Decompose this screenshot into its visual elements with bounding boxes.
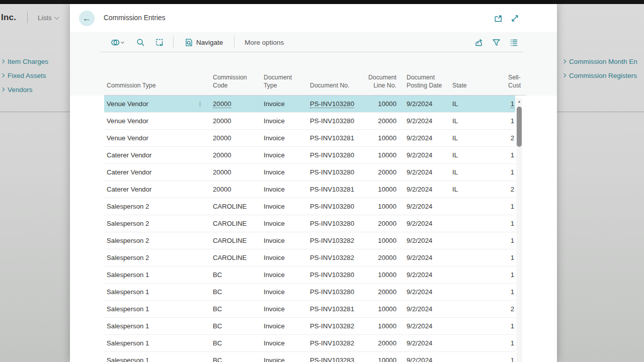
cell-document-type[interactable]: Invoice — [261, 249, 307, 266]
cell-state[interactable] — [450, 198, 505, 215]
cell-commission-code[interactable]: BC — [210, 352, 261, 362]
cell-state[interactable]: IL — [450, 96, 505, 112]
cell-commission-code[interactable]: BC — [210, 284, 261, 300]
cell-document-posting-date[interactable]: 9/2/2024 — [403, 96, 450, 112]
cell-commission-code[interactable]: CAROLINE — [210, 249, 261, 266]
row-options-icon[interactable]: ⋮ — [197, 100, 203, 108]
cell-document-line-no[interactable]: 20000 — [366, 284, 403, 300]
cell-document-type[interactable]: Invoice — [261, 147, 307, 163]
cell-sell-to[interactable]: 1 — [505, 198, 515, 215]
cell-state[interactable] — [450, 284, 505, 300]
cell-commission-type[interactable]: Venue Vendor — [104, 113, 210, 129]
cell-document-line-no[interactable]: 20000 — [366, 215, 403, 232]
cell-document-type[interactable]: Invoice — [261, 181, 307, 198]
cell-commission-code[interactable]: 20000 — [210, 130, 261, 146]
cell-commission-code[interactable]: 20000 — [210, 96, 261, 112]
column-header-8[interactable]: Sell-Cust — [505, 52, 526, 95]
cell-document-line-no[interactable]: 10000 — [366, 232, 403, 249]
cell-document-no[interactable]: PS-INV103280 — [307, 198, 366, 215]
cell-document-no[interactable]: PS-INV103280 — [307, 215, 366, 232]
cell-commission-type[interactable]: Salesperson 1 — [104, 352, 210, 362]
cell-document-type[interactable]: Invoice — [261, 284, 307, 300]
cell-document-type[interactable]: Invoice — [261, 352, 307, 362]
cell-commission-code[interactable]: CAROLINE — [210, 232, 261, 249]
cell-document-type[interactable]: Invoice — [261, 266, 307, 283]
column-header-4[interactable]: Document No. — [307, 52, 366, 95]
cell-state[interactable]: IL — [450, 147, 505, 163]
table-row[interactable]: Salesperson 1BCInvoicePS-INV103283100009… — [104, 352, 515, 362]
table-row[interactable]: Salesperson 1BCInvoicePS-INV103282200009… — [104, 335, 515, 352]
column-header-7[interactable]: State — [450, 52, 505, 95]
cell-document-no[interactable]: PS-INV103282 — [307, 249, 366, 266]
cell-document-no[interactable]: PS-INV103280 — [307, 113, 366, 129]
cell-commission-code[interactable]: 20000 — [210, 181, 261, 198]
table-row[interactable]: Salesperson 2CAROLINEInvoicePS-INV103280… — [104, 198, 515, 215]
cell-commission-code[interactable]: 20000 — [210, 164, 261, 180]
related-entries-icon[interactable] — [111, 38, 125, 47]
cell-document-posting-date[interactable]: 9/2/2024 — [403, 147, 450, 163]
cell-document-no[interactable]: PS-INV103281 — [307, 301, 366, 317]
cell-state[interactable]: IL — [450, 113, 505, 129]
table-row[interactable]: Salesperson 1BCInvoicePS-INV103282100009… — [104, 318, 515, 335]
cell-commission-code[interactable]: CAROLINE — [210, 198, 261, 215]
cell-document-line-no[interactable]: 10000 — [366, 147, 403, 163]
cell-sell-to[interactable]: 1 — [505, 352, 515, 362]
column-header-2[interactable]: CommissionCode — [210, 52, 261, 95]
table-row[interactable]: Salesperson 1BCInvoicePS-INV103280100009… — [104, 266, 515, 284]
share-icon[interactable] — [474, 38, 483, 47]
cell-document-line-no[interactable]: 10000 — [366, 181, 403, 198]
table-row[interactable]: Salesperson 2CAROLINEInvoicePS-INV103282… — [104, 249, 515, 266]
cell-commission-type[interactable]: Venue Vendor — [104, 130, 210, 146]
cell-state[interactable] — [450, 266, 505, 283]
cell-document-no[interactable]: PS-INV103280 — [307, 266, 366, 283]
cell-state[interactable] — [450, 301, 505, 317]
search-icon[interactable] — [136, 38, 145, 47]
cell-sell-to[interactable]: 1 — [505, 113, 515, 129]
table-row[interactable]: Venue Vendor⋮20000InvoicePS-INV103280100… — [104, 96, 515, 113]
cell-document-posting-date[interactable]: 9/2/2024 — [403, 335, 450, 351]
cell-document-posting-date[interactable]: 9/2/2024 — [403, 198, 450, 215]
table-row[interactable]: Salesperson 2CAROLINEInvoicePS-INV103282… — [104, 232, 515, 249]
cell-document-line-no[interactable]: 10000 — [366, 266, 403, 283]
cell-document-posting-date[interactable]: 9/2/2024 — [403, 301, 450, 317]
column-header-6[interactable]: DocumentPosting Date — [403, 52, 450, 95]
cell-document-type[interactable]: Invoice — [261, 96, 307, 112]
cell-document-type[interactable]: Invoice — [261, 164, 307, 180]
open-in-new-window-icon[interactable] — [494, 14, 503, 23]
cell-commission-type[interactable]: Salesperson 2 — [104, 215, 210, 232]
cell-document-line-no[interactable]: 10000 — [366, 318, 403, 334]
cell-document-type[interactable]: Invoice — [261, 301, 307, 317]
cell-commission-code[interactable]: 20000 — [210, 113, 261, 129]
cell-commission-type[interactable]: Salesperson 1 — [104, 266, 210, 283]
cell-state[interactable]: IL — [450, 181, 505, 198]
cell-sell-to[interactable]: 1 — [505, 96, 515, 112]
navigate-button[interactable]: Navigate — [196, 39, 223, 46]
cell-commission-type[interactable]: Salesperson 2 — [104, 232, 210, 249]
cell-commission-type[interactable]: Venue Vendor⋮ — [104, 96, 210, 112]
cell-state[interactable]: IL — [450, 164, 505, 180]
cell-document-line-no[interactable]: 20000 — [366, 164, 403, 180]
cell-document-posting-date[interactable]: 9/2/2024 — [403, 215, 450, 232]
cell-document-type[interactable]: Invoice — [261, 113, 307, 129]
cell-document-type[interactable]: Invoice — [261, 215, 307, 232]
cell-commission-code[interactable]: 20000 — [210, 147, 261, 163]
cell-document-no[interactable]: PS-INV103280 — [307, 284, 366, 300]
cell-document-type[interactable]: Invoice — [261, 318, 307, 334]
cell-document-line-no[interactable]: 10000 — [366, 96, 403, 112]
cell-document-line-no[interactable]: 10000 — [366, 352, 403, 362]
cell-document-line-no[interactable]: 20000 — [366, 113, 403, 129]
vertical-scrollbar[interactable]: ▲ — [516, 98, 522, 362]
cell-commission-type[interactable]: Salesperson 1 — [104, 335, 210, 351]
cell-commission-code[interactable]: BC — [210, 318, 261, 334]
background-left-link-2[interactable]: Vendors — [1, 82, 69, 97]
cell-commission-code[interactable]: CAROLINE — [210, 215, 261, 232]
cell-document-line-no[interactable]: 10000 — [366, 198, 403, 215]
cell-commission-type[interactable]: Salesperson 2 — [104, 198, 210, 215]
table-row[interactable]: Caterer Vendor20000InvoicePS-INV10328010… — [104, 147, 515, 164]
cell-sell-to[interactable]: 1 — [505, 215, 515, 232]
cell-document-posting-date[interactable]: 9/2/2024 — [403, 266, 450, 283]
cell-document-no[interactable]: PS-INV103280 — [307, 147, 366, 163]
cell-document-type[interactable]: Invoice — [261, 232, 307, 249]
cell-document-posting-date[interactable]: 9/2/2024 — [403, 113, 450, 129]
cell-document-line-no[interactable]: 10000 — [366, 130, 403, 146]
